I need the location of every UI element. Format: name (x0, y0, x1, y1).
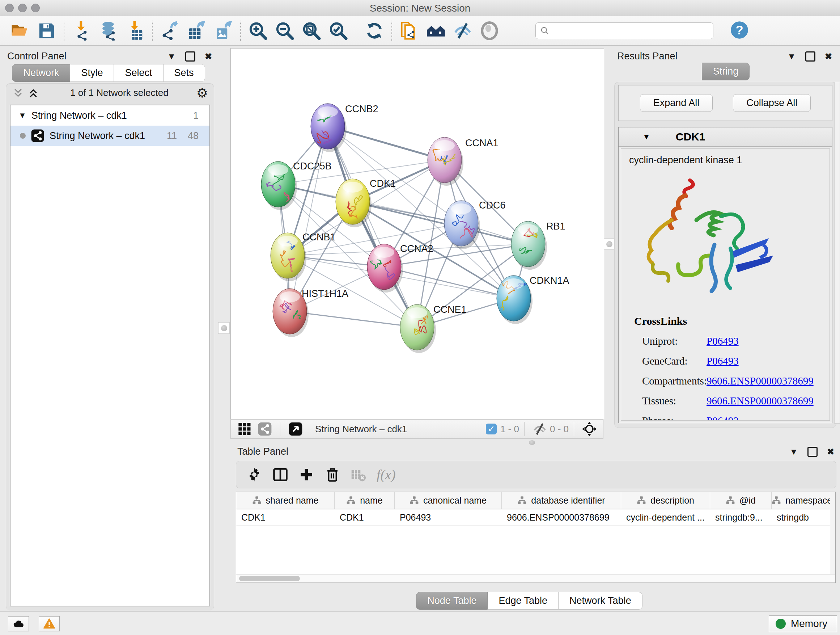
results-panel-scrollbar[interactable] (834, 82, 840, 424)
open-session-button[interactable] (6, 19, 33, 42)
expand-all-networks-icon[interactable] (27, 88, 39, 98)
network-node-CCNA2[interactable]: CCNA2 (367, 243, 433, 293)
export-table-button[interactable] (183, 19, 210, 42)
crosslink-link[interactable]: P06493 (706, 415, 739, 421)
crosslink-link[interactable]: 9606.ENSP00000378699 (706, 375, 813, 387)
table-panel-close-icon[interactable]: ✖ (827, 447, 834, 457)
crosslink-link[interactable]: 9606.ENSP00000378699 (706, 395, 813, 407)
gene-collapse-triangle-icon[interactable]: ▼ (643, 132, 651, 141)
table-cell[interactable]: P06493 (395, 509, 502, 525)
column-header-description[interactable]: description (621, 492, 710, 509)
network-options-gear-icon[interactable]: ⚙ (196, 88, 208, 98)
cloud-status-button[interactable] (8, 616, 29, 631)
column-header-database-identifier[interactable]: database identifier (502, 492, 621, 509)
control-panel-menu-icon[interactable]: ▼ (167, 51, 176, 62)
column-header-@id[interactable]: @id (710, 492, 772, 509)
string-home-button[interactable] (423, 19, 449, 42)
inactive-eye-button[interactable] (476, 19, 503, 42)
table-vertical-scrollbar[interactable] (830, 492, 835, 575)
left-splitter-handle[interactable] (218, 322, 230, 334)
scrollbar-thumb[interactable] (239, 576, 300, 581)
network-share-icon[interactable] (257, 422, 272, 436)
tab-sets[interactable]: Sets (164, 64, 205, 82)
column-header-label: database identifier (531, 495, 605, 506)
gene-section-header[interactable]: ▼ CDK1 (619, 127, 832, 147)
save-session-button[interactable] (33, 19, 60, 42)
results-panel-menu-icon[interactable]: ▼ (787, 51, 796, 62)
zoom-in-button[interactable] (245, 19, 271, 42)
import-network-database-button[interactable] (95, 19, 122, 42)
table-cell[interactable]: stringdb (772, 509, 832, 525)
column-header-label: description (651, 495, 694, 506)
import-table-button[interactable] (122, 19, 148, 42)
help-button[interactable] (730, 21, 749, 41)
network-node-RB1[interactable]: RB1 (511, 221, 565, 270)
table-horizontal-scrollbar[interactable] (236, 574, 835, 583)
refresh-view-button[interactable] (361, 19, 388, 42)
birdseye-grid-icon[interactable] (237, 422, 252, 436)
table-cell[interactable]: CDK1 (335, 509, 395, 525)
table-panel-float-icon[interactable] (807, 447, 818, 457)
network-node-HIST1H1A[interactable]: HIST1H1A (273, 288, 348, 337)
string-import-button[interactable] (396, 19, 423, 42)
column-header-canonical-name[interactable]: canonical name (395, 492, 502, 509)
control-panel: Control Panel ▼ ✖ NetworkStyleSelectSets… (0, 46, 217, 612)
export-network-button[interactable] (156, 19, 183, 42)
string-network-graph[interactable]: CCNB2CCNA1CDC25BCDK1CDC6RB1CCNB1CCNA2CDK… (231, 49, 603, 418)
column-header-shared-name[interactable]: shared name (236, 492, 335, 509)
delete-column-button[interactable] (321, 464, 344, 486)
network-node-CDC6[interactable]: CDC6 (444, 200, 506, 249)
tab-style[interactable]: Style (70, 64, 114, 82)
table-cell[interactable]: cyclin-dependent ... (621, 509, 710, 525)
network-row[interactable]: String Network – cdk1 11 48 (11, 126, 210, 146)
network-canvas[interactable]: CCNB2CCNA1CDC25BCDK1CDC6RB1CCNB1CCNA2CDK… (231, 48, 604, 419)
goto-network-icon[interactable] (288, 422, 303, 436)
tab-node-table[interactable]: Node Table (416, 592, 488, 610)
show-columns-button[interactable] (269, 464, 292, 486)
import-network-file-button[interactable] (68, 19, 95, 42)
network-edge-HIST1H1A-CCNE1[interactable] (290, 311, 417, 327)
network-node-CDKN1A[interactable]: CDKN1A (497, 275, 569, 324)
tab-network-table[interactable]: Network Table (559, 592, 643, 610)
collapse-triangle-icon[interactable]: ▼ (19, 111, 27, 120)
column-header-namespace[interactable]: namespace (772, 492, 832, 509)
table-row[interactable]: CDK1CDK1P064939606.ENSP00000378699cyclin… (236, 509, 835, 526)
table-cell[interactable]: CDK1 (236, 509, 335, 525)
crosslink-row: Compartments:9606.ENSP00000378699 (621, 375, 829, 387)
tab-string[interactable]: String (702, 63, 750, 80)
memory-button[interactable]: Memory (769, 616, 837, 632)
network-node-CCNB2[interactable]: CCNB2 (311, 103, 378, 152)
table-options-button[interactable] (243, 464, 266, 486)
export-image-button[interactable] (210, 19, 237, 42)
crosslink-link[interactable]: P06493 (706, 355, 739, 367)
network-node-CCNE1[interactable]: CCNE1 (400, 304, 467, 353)
control-panel-close-icon[interactable]: ✖ (205, 51, 212, 62)
collapse-all-networks-icon[interactable] (12, 88, 24, 98)
tab-edge-table[interactable]: Edge Table (488, 592, 559, 610)
zoom-selected-button[interactable] (325, 19, 352, 42)
table-panel-menu-icon[interactable]: ▼ (789, 447, 798, 457)
selected-checkbox-icon[interactable]: ✓ (486, 424, 497, 434)
warnings-button[interactable] (39, 616, 60, 631)
create-column-button[interactable] (295, 464, 318, 486)
network-collection-row[interactable]: ▼ String Network – cdk1 1 (11, 105, 210, 126)
zoom-fit-button[interactable] (298, 19, 325, 42)
table-cell[interactable]: 9606.ENSP00000378699 (502, 509, 621, 525)
tab-network[interactable]: Network (12, 64, 70, 82)
zoom-out-button[interactable] (271, 19, 298, 42)
crosshair-icon[interactable] (582, 422, 597, 436)
network-node-CCNB1[interactable]: CCNB1 (271, 232, 336, 281)
network-node-CDK1[interactable]: CDK1 (336, 178, 396, 227)
expand-all-button[interactable]: Expand All (640, 94, 713, 112)
collapse-all-button[interactable]: Collapse All (733, 94, 811, 112)
search-input[interactable] (553, 25, 709, 36)
table-cell[interactable]: stringdb:9... (710, 509, 772, 525)
crosslink-link[interactable]: P06493 (706, 335, 739, 347)
results-panel-float-icon[interactable] (805, 51, 815, 62)
show-hide-button[interactable] (449, 19, 476, 42)
network-edge-CCNA2-CDKN1A[interactable] (384, 267, 514, 298)
tab-select[interactable]: Select (114, 64, 163, 82)
control-panel-float-icon[interactable] (185, 51, 195, 62)
results-panel-close-icon[interactable]: ✖ (825, 51, 832, 62)
column-header-name[interactable]: name (335, 492, 395, 509)
